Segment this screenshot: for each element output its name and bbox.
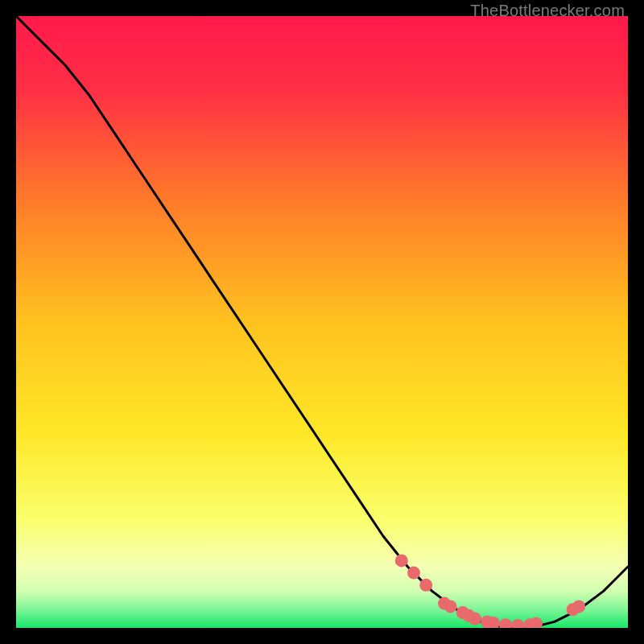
- highlight-point: [395, 554, 408, 567]
- highlight-point: [407, 567, 420, 580]
- highlight-point: [444, 600, 457, 613]
- highlight-point: [469, 613, 481, 625]
- highlight-point: [419, 579, 432, 592]
- watermark-text: TheBottlenecker.com: [470, 2, 625, 20]
- bottleneck-chart: [16, 16, 628, 628]
- highlight-point: [572, 600, 585, 613]
- chart-frame: [16, 16, 628, 628]
- gradient-background: [16, 16, 628, 628]
